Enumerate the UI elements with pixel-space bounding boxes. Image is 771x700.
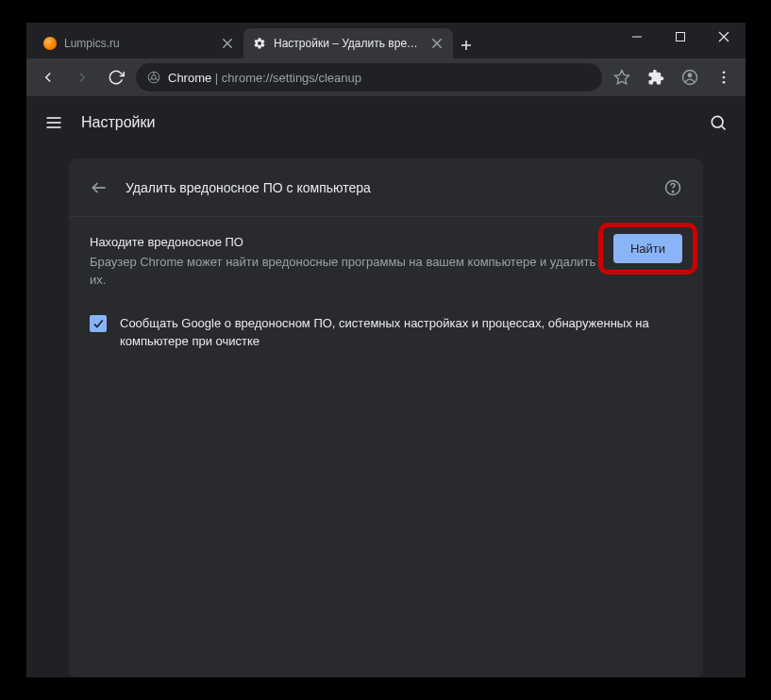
- tab-title: Настройки – Удалить вредонос: [274, 37, 423, 50]
- lumpics-favicon: [43, 37, 57, 50]
- address-bar[interactable]: Chrome | chrome://settings/cleanup: [136, 63, 602, 92]
- close-tab-icon[interactable]: [221, 37, 234, 50]
- report-label: Сообщать Google о вредоносном ПО, систем…: [120, 314, 682, 351]
- find-malware-title: Находите вредоносное ПО: [90, 234, 600, 252]
- svg-point-17: [688, 73, 693, 77]
- card-title: Удалить вредоносное ПО с компьютера: [126, 180, 371, 195]
- find-malware-text: Находите вредоносное ПО Браузер Chrome м…: [90, 234, 600, 290]
- window-controls: [615, 23, 746, 51]
- close-window-button[interactable]: [702, 23, 746, 51]
- browser-window: Lumpics.ru Настройки – Удалить вредонос: [26, 23, 746, 677]
- svg-line-13: [149, 78, 152, 80]
- svg-point-20: [723, 81, 726, 84]
- minimize-button[interactable]: [615, 23, 659, 51]
- report-checkbox[interactable]: [90, 315, 107, 332]
- svg-point-24: [712, 116, 723, 127]
- svg-point-28: [672, 191, 673, 192]
- svg-rect-1: [677, 33, 685, 42]
- find-button[interactable]: Найти: [613, 234, 682, 263]
- url-scheme: Chrome: [168, 71, 211, 85]
- url-path: chrome://settings/cleanup: [222, 71, 361, 85]
- maximize-button[interactable]: [659, 23, 702, 51]
- browser-toolbar: Chrome | chrome://settings/cleanup: [26, 58, 746, 96]
- find-button-highlight: Найти: [613, 234, 682, 263]
- menu-icon[interactable]: [43, 112, 64, 133]
- tab-lumpics[interactable]: Lumpics.ru: [34, 28, 243, 58]
- help-icon[interactable]: [663, 178, 682, 197]
- page-content: Настройки Удалить вредоносное ПО с компь…: [26, 96, 746, 677]
- settings-header: Настройки: [26, 96, 746, 149]
- forward-button[interactable]: [68, 63, 96, 92]
- svg-point-19: [723, 76, 726, 79]
- profile-icon[interactable]: [676, 63, 704, 92]
- svg-marker-15: [615, 71, 629, 84]
- url-sep: |: [211, 71, 222, 85]
- settings-body: Удалить вредоносное ПО с компьютера Нахо…: [26, 149, 746, 677]
- back-button[interactable]: [34, 63, 62, 92]
- find-malware-row: Находите вредоносное ПО Браузер Chrome м…: [69, 217, 703, 307]
- close-tab-icon[interactable]: [430, 37, 444, 50]
- cleanup-card: Удалить вредоносное ПО с компьютера Нахо…: [69, 158, 703, 677]
- card-header: Удалить вредоносное ПО с компьютера: [69, 158, 703, 217]
- svg-line-14: [156, 78, 159, 80]
- tab-title: Lumpics.ru: [64, 37, 213, 50]
- chrome-icon: [147, 71, 160, 84]
- find-malware-desc: Браузер Chrome может найти вредоносные п…: [90, 254, 600, 290]
- svg-point-18: [723, 71, 726, 74]
- menu-dots-icon[interactable]: [710, 63, 738, 92]
- search-icon[interactable]: [708, 112, 729, 133]
- tab-settings-cleanup[interactable]: Настройки – Удалить вредонос: [243, 28, 453, 58]
- report-row: Сообщать Google о вредоносном ПО, систем…: [69, 307, 703, 368]
- bookmark-star-icon[interactable]: [608, 63, 636, 92]
- svg-line-25: [722, 126, 726, 130]
- reload-button[interactable]: [102, 63, 130, 92]
- gear-icon: [253, 37, 266, 50]
- settings-title: Настройки: [81, 114, 155, 131]
- back-arrow-icon[interactable]: [90, 178, 109, 197]
- url-text: Chrome | chrome://settings/cleanup: [168, 71, 361, 85]
- new-tab-button[interactable]: [453, 32, 479, 58]
- extensions-icon[interactable]: [642, 63, 670, 92]
